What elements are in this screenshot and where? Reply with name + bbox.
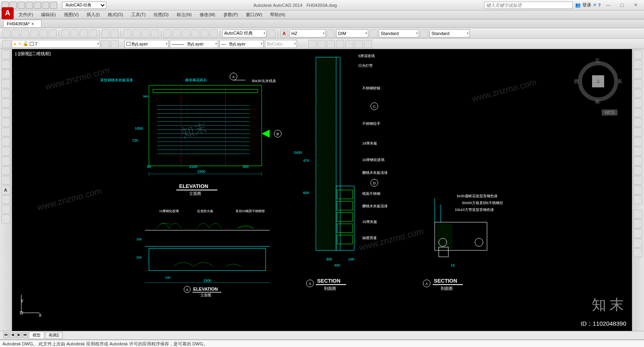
dimrad-icon[interactable] <box>634 239 642 248</box>
maximize-button[interactable]: ▢ <box>616 1 628 9</box>
match-icon[interactable] <box>89 29 97 37</box>
compass-s[interactable]: 南 <box>595 99 600 105</box>
saveas-icon[interactable] <box>26 2 33 9</box>
point-icon[interactable] <box>1 137 10 146</box>
workspace-select2[interactable]: AutoCAD 经典 <box>222 29 266 37</box>
chamfer-icon[interactable] <box>634 176 642 185</box>
color-select[interactable]: ByLayer <box>124 40 169 48</box>
menu-format[interactable]: 格式(O) <box>104 12 127 18</box>
textstyle-select[interactable]: HZ <box>289 29 326 37</box>
menu-edit[interactable]: 编辑(E) <box>37 12 60 18</box>
lineweight-select[interactable]: — ByLayer <box>219 40 264 48</box>
polygon-icon[interactable] <box>1 99 10 107</box>
spline-icon[interactable] <box>1 118 10 127</box>
tab-prev-icon[interactable]: ◀ <box>10 333 15 338</box>
markup-icon[interactable] <box>200 29 208 37</box>
open2-icon[interactable] <box>12 29 20 37</box>
move-icon[interactable] <box>634 99 642 107</box>
break-icon[interactable] <box>634 157 642 165</box>
help-search-input[interactable] <box>484 2 573 9</box>
ucs5-icon[interactable] <box>345 40 353 48</box>
props-icon[interactable] <box>163 29 171 37</box>
hatch-icon[interactable] <box>1 128 10 136</box>
plotstyle-select[interactable]: ByColor <box>265 40 297 48</box>
minimize-button[interactable]: — <box>602 1 614 9</box>
circle-icon[interactable] <box>1 70 10 78</box>
zoom-icon[interactable] <box>132 29 140 37</box>
menu-modify[interactable]: 修改(M) <box>196 12 219 18</box>
copy2-icon[interactable] <box>634 60 642 69</box>
dimang-icon[interactable] <box>634 229 642 238</box>
mlstyle-icon[interactable] <box>420 29 428 37</box>
help-icon[interactable]: ? <box>598 3 601 8</box>
close-button[interactable]: ✕ <box>630 1 642 9</box>
join-icon[interactable] <box>634 166 642 175</box>
ucs-icon[interactable] <box>308 40 316 48</box>
file-tab-close-icon[interactable]: × <box>31 21 34 26</box>
app-menu-button[interactable]: A <box>2 7 14 19</box>
tab-layout1[interactable]: 布局1 <box>45 332 63 339</box>
dimstyle-icon[interactable] <box>327 29 335 37</box>
redo2-icon[interactable] <box>111 29 119 37</box>
scale-icon[interactable] <box>634 118 642 127</box>
wcs-label[interactable]: WCS <box>602 109 617 116</box>
arc-icon[interactable] <box>1 79 10 88</box>
dimdia-icon[interactable] <box>634 248 642 257</box>
redo-icon[interactable] <box>50 2 57 9</box>
compass-n[interactable]: 北 <box>595 57 600 64</box>
exchange-icon[interactable]: ✕ <box>593 2 597 8</box>
save2-icon[interactable] <box>21 29 29 37</box>
ucs7-icon[interactable] <box>364 40 372 48</box>
pan-icon[interactable] <box>123 29 131 37</box>
fillet-icon[interactable] <box>634 186 642 194</box>
tab-next-icon[interactable]: ▶ <box>16 333 22 338</box>
table-icon[interactable] <box>1 166 10 175</box>
command-line[interactable]: Autodesk DWG。 此文件上次由 Autodesk 应用程序或 Auto… <box>0 340 644 347</box>
rect-icon[interactable] <box>1 89 10 98</box>
preview-icon[interactable] <box>39 29 47 37</box>
explode-icon[interactable] <box>634 195 642 204</box>
stretch-icon[interactable] <box>634 128 642 136</box>
trim-icon[interactable] <box>634 137 642 146</box>
layerman-icon[interactable] <box>2 40 10 48</box>
ucs3-icon[interactable] <box>327 40 335 48</box>
ssm-icon[interactable] <box>191 29 199 37</box>
menu-draw[interactable]: 绘图(D) <box>150 12 173 18</box>
zoomprev-icon[interactable] <box>151 29 159 37</box>
linetype-select[interactable]: ——— ByLayer <box>170 40 218 48</box>
ellipse-icon[interactable] <box>1 108 10 117</box>
tab-last-icon[interactable]: ⏭ <box>23 333 28 338</box>
file-tab[interactable]: FH04393A* × <box>3 20 41 28</box>
menu-window[interactable]: 窗口(W) <box>242 12 266 18</box>
menu-insert[interactable]: 插入(I) <box>83 12 103 18</box>
mlstyle-select[interactable]: Standard <box>429 29 470 37</box>
undo-icon[interactable] <box>42 2 49 9</box>
menu-view[interactable]: 视图(V) <box>60 12 83 18</box>
layerprev-icon[interactable] <box>111 40 119 48</box>
region-icon[interactable] <box>1 176 10 185</box>
dimali-icon[interactable] <box>634 219 642 228</box>
dimlin-icon[interactable] <box>634 210 642 219</box>
viewcube-top[interactable]: 上 <box>592 75 604 87</box>
undo2-icon[interactable] <box>101 29 109 37</box>
zoomwin-icon[interactable] <box>142 29 150 37</box>
revcloud-icon[interactable] <box>1 215 10 223</box>
insert2-icon[interactable] <box>1 157 10 165</box>
mirror-icon[interactable] <box>634 70 642 78</box>
line-icon[interactable] <box>1 50 10 59</box>
layer-select[interactable]: ●☀🔓 7 <box>12 40 100 48</box>
tablestyle-icon[interactable] <box>369 29 378 37</box>
plot-icon[interactable] <box>34 2 41 9</box>
view-cube[interactable]: 上 北 南 东 西 <box>574 57 622 105</box>
login-link[interactable]: 登录 <box>582 2 591 8</box>
erase-icon[interactable] <box>634 50 642 59</box>
menu-tools[interactable]: 工具(T) <box>127 12 150 18</box>
menu-file[interactable]: 文件(F) <box>14 12 37 18</box>
calc-icon[interactable] <box>210 29 218 37</box>
workspace-select[interactable]: AutoCAD 经典 <box>62 2 106 9</box>
compass-e[interactable]: 东 <box>617 78 622 85</box>
tp-icon[interactable] <box>182 29 190 37</box>
infocenter-icon[interactable]: 👥 <box>575 2 581 8</box>
dc-icon[interactable] <box>173 29 181 37</box>
ucs2-icon[interactable] <box>318 40 326 48</box>
